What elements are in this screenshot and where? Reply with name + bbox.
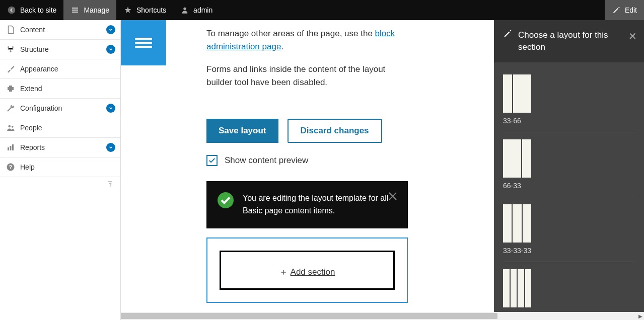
back-label: Back to site [20,6,56,14]
manage-button[interactable]: Manage [63,0,116,20]
sidebar-item-reports[interactable]: Reports [0,138,120,157]
layout-option-25-25-25-25[interactable]: 25-25-25-25 [503,262,635,312]
status-text: You are editing the layout template for … [243,192,397,217]
chevron-down-icon [106,104,115,113]
scroll-right-arrow[interactable]: ▶ [637,313,644,319]
back-to-site-button[interactable]: Back to site [0,0,63,20]
edit-label: Edit [625,6,637,14]
intro-paragraph-2: Forms and links inside the content of th… [206,63,408,89]
layout-option-33-66[interactable]: 33-66 [503,67,635,132]
sidebar-item-people[interactable]: People [0,118,120,138]
layout-builder-menu-button[interactable] [121,20,166,65]
back-arrow-icon [7,6,16,15]
close-panel-button[interactable]: ✕ [628,30,637,42]
add-section-link[interactable]: Add section [279,267,335,277]
shortcuts-button[interactable]: Shortcuts [116,0,173,20]
layout-option-33-33-33[interactable]: 33-33-33 [503,197,635,262]
sidebar-item-configuration[interactable]: Configuration [0,99,120,118]
layout-section: Add section [206,237,408,303]
wrench-icon [6,104,15,113]
svg-point-1 [183,8,186,10]
user-button[interactable]: admin [173,0,220,20]
chevron-down-icon [106,45,115,54]
manage-label: Manage [84,6,109,14]
svg-rect-9 [12,144,14,150]
shortcuts-label: Shortcuts [136,6,166,14]
sidebar-label: Extend [20,85,42,93]
panel-title: Choose a layout for this section [518,29,635,53]
star-icon [123,6,132,15]
chevron-down-icon [106,25,115,34]
layout-option-66-33[interactable]: 66-33 [503,132,635,197]
sidebar-label: Reports [20,143,45,151]
file-icon [6,25,15,34]
edit-button[interactable]: Edit [605,0,644,20]
svg-rect-8 [10,146,12,150]
layout-option-label: 33-66 [503,117,635,125]
layout-option-label: 25-25-25-25 [503,311,635,312]
close-status-button[interactable] [387,190,399,202]
sidebar-item-help[interactable]: ? Help [0,157,120,177]
sidebar-label: Configuration [20,104,62,112]
svg-text:?: ? [9,164,12,170]
svg-rect-7 [8,147,9,150]
svg-point-0 [8,7,16,14]
svg-point-6 [12,126,14,128]
user-label: admin [193,6,212,14]
collapse-sidebar-button[interactable] [0,177,120,193]
sidebar-item-content[interactable]: Content [0,20,120,40]
layout-chooser-panel: Choose a layout for this section ✕ 33-66… [494,20,644,312]
sidebar-item-extend[interactable]: Extend [0,79,120,99]
layout-option-label: 33-33-33 [503,247,635,255]
svg-point-4 [10,51,12,52]
people-icon [6,123,15,132]
sidebar-item-structure[interactable]: Structure [0,40,120,59]
status-message: You are editing the layout template for … [206,181,408,228]
sidebar-label: Help [20,163,35,171]
plus-icon [279,268,288,276]
puzzle-icon [6,84,15,93]
admin-sidebar: Content Structure Appearance Extend Conf… [0,20,121,320]
pencil-icon [503,29,512,40]
layout-options-list[interactable]: 33-6666-3333-33-3325-25-25-25 [494,62,644,312]
svg-point-2 [8,46,9,48]
pencil-icon [612,6,621,15]
sidebar-item-appearance[interactable]: Appearance [0,59,120,79]
brush-icon [6,64,15,73]
section-inner: Add section [220,251,395,290]
hamburger-icon [70,6,80,15]
save-layout-button[interactable]: Save layout [206,119,278,143]
show-preview-label: Show content preview [225,155,308,166]
reports-icon [6,143,15,152]
user-icon [180,6,189,15]
check-circle-icon [218,192,234,208]
svg-point-5 [9,125,11,128]
sidebar-label: Structure [20,45,49,53]
help-icon: ? [6,163,15,172]
svg-point-3 [12,46,14,48]
discard-changes-button[interactable]: Discard changes [288,119,382,143]
sidebar-label: People [20,124,42,132]
sidebar-label: Content [20,26,45,34]
show-preview-checkbox[interactable] [206,155,218,166]
sidebar-label: Appearance [20,65,58,73]
top-toolbar: Back to site Manage Shortcuts admin Ed [0,0,644,20]
structure-icon [6,45,15,54]
intro-paragraph-1: To manage other areas of the page, use t… [206,27,408,53]
layout-option-label: 66-33 [503,182,635,190]
chevron-down-icon [106,143,115,152]
